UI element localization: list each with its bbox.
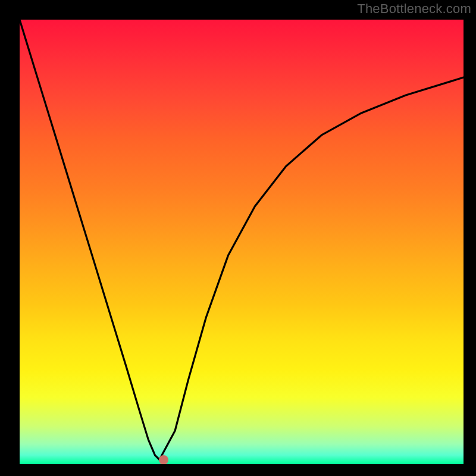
watermark-text: TheBottleneck.com (357, 1, 471, 17)
curve-svg (20, 20, 464, 464)
plot-area (20, 20, 464, 464)
bottleneck-curve (20, 20, 464, 460)
chart-frame: TheBottleneck.com (0, 0, 476, 476)
minimum-marker-dot (159, 455, 168, 464)
